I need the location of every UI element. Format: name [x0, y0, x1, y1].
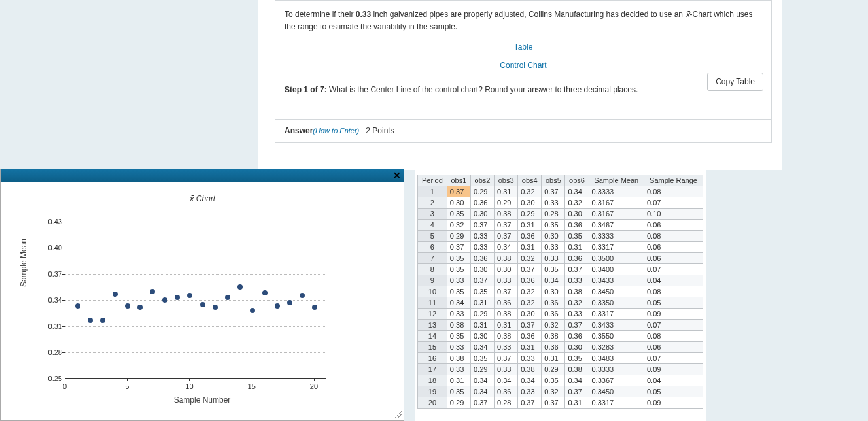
obs-cell[interactable]: 0.36 — [495, 297, 518, 309]
obs-cell[interactable]: 0.30 — [470, 209, 494, 220]
obs-cell[interactable]: 0.38 — [565, 364, 589, 375]
obs-cell[interactable]: 0.36 — [565, 253, 589, 264]
obs-cell[interactable]: 0.29 — [470, 186, 494, 197]
obs-cell[interactable]: 0.36 — [470, 197, 494, 209]
obs-cell[interactable]: 0.36 — [565, 331, 589, 342]
obs-cell[interactable]: 0.38 — [447, 320, 470, 331]
obs-cell[interactable]: 0.37 — [447, 242, 470, 253]
obs-cell[interactable]: 0.35 — [542, 220, 565, 231]
obs-cell[interactable]: 0.31 — [565, 397, 589, 409]
obs-cell[interactable]: 0.32 — [565, 297, 589, 309]
obs-cell[interactable]: 0.36 — [518, 275, 542, 286]
obs-cell[interactable]: 0.37 — [447, 186, 470, 197]
obs-cell[interactable]: 0.34 — [495, 375, 518, 386]
obs-cell[interactable]: 0.38 — [518, 364, 542, 375]
obs-cell[interactable]: 0.31 — [565, 242, 589, 253]
obs-cell[interactable]: 0.37 — [518, 397, 542, 409]
obs-cell[interactable]: 0.34 — [542, 275, 565, 286]
obs-cell[interactable]: 0.37 — [495, 353, 518, 364]
obs-cell[interactable]: 0.30 — [542, 231, 565, 242]
how-to-enter-link[interactable]: (How to Enter) — [313, 127, 359, 135]
obs-cell[interactable]: 0.33 — [518, 353, 542, 364]
obs-cell[interactable]: 0.33 — [495, 275, 518, 286]
obs-cell[interactable]: 0.35 — [542, 375, 565, 386]
obs-cell[interactable]: 0.36 — [542, 297, 565, 309]
obs-cell[interactable]: 0.37 — [542, 397, 565, 409]
obs-cell[interactable]: 0.35 — [470, 353, 494, 364]
obs-cell[interactable]: 0.35 — [447, 253, 470, 264]
obs-cell[interactable]: 0.34 — [518, 375, 542, 386]
obs-cell[interactable]: 0.37 — [470, 397, 494, 409]
obs-cell[interactable]: 0.32 — [542, 386, 565, 397]
obs-cell[interactable]: 0.31 — [518, 220, 542, 231]
obs-cell[interactable]: 0.29 — [495, 197, 518, 209]
obs-cell[interactable]: 0.37 — [565, 264, 589, 275]
obs-cell[interactable]: 0.33 — [518, 386, 542, 397]
obs-cell[interactable]: 0.33 — [447, 309, 470, 320]
obs-cell[interactable]: 0.30 — [470, 264, 494, 275]
obs-cell[interactable]: 0.31 — [470, 297, 494, 309]
obs-cell[interactable]: 0.33 — [542, 197, 565, 209]
obs-cell[interactable]: 0.31 — [470, 320, 494, 331]
obs-cell[interactable]: 0.30 — [565, 209, 589, 220]
obs-cell[interactable]: 0.38 — [542, 331, 565, 342]
obs-cell[interactable]: 0.36 — [542, 342, 565, 353]
obs-cell[interactable]: 0.29 — [542, 364, 565, 375]
resize-grip-icon[interactable] — [394, 410, 402, 418]
obs-cell[interactable]: 0.33 — [447, 364, 470, 375]
obs-cell[interactable]: 0.37 — [495, 286, 518, 297]
close-icon[interactable]: ✕ — [393, 169, 401, 181]
obs-cell[interactable]: 0.30 — [518, 309, 542, 320]
obs-cell[interactable]: 0.33 — [565, 275, 589, 286]
obs-cell[interactable]: 0.33 — [542, 242, 565, 253]
obs-cell[interactable]: 0.30 — [447, 197, 470, 209]
obs-cell[interactable]: 0.37 — [495, 220, 518, 231]
copy-table-button[interactable]: Copy Table — [707, 73, 763, 91]
obs-cell[interactable]: 0.37 — [470, 220, 494, 231]
obs-cell[interactable]: 0.30 — [470, 331, 494, 342]
obs-cell[interactable]: 0.35 — [470, 286, 494, 297]
obs-cell[interactable]: 0.32 — [518, 297, 542, 309]
obs-cell[interactable]: 0.38 — [447, 353, 470, 364]
obs-cell[interactable]: 0.34 — [565, 375, 589, 386]
obs-cell[interactable]: 0.34 — [565, 186, 589, 197]
obs-cell[interactable]: 0.34 — [470, 342, 494, 353]
obs-cell[interactable]: 0.33 — [495, 364, 518, 375]
obs-cell[interactable]: 0.32 — [447, 220, 470, 231]
obs-cell[interactable]: 0.28 — [542, 209, 565, 220]
obs-cell[interactable]: 0.35 — [565, 353, 589, 364]
obs-cell[interactable]: 0.28 — [495, 397, 518, 409]
obs-cell[interactable]: 0.34 — [447, 297, 470, 309]
obs-cell[interactable]: 0.38 — [495, 209, 518, 220]
obs-cell[interactable]: 0.38 — [565, 286, 589, 297]
obs-cell[interactable]: 0.36 — [518, 231, 542, 242]
obs-cell[interactable]: 0.36 — [470, 253, 494, 264]
obs-cell[interactable]: 0.30 — [495, 264, 518, 275]
obs-cell[interactable]: 0.31 — [518, 242, 542, 253]
obs-cell[interactable]: 0.35 — [447, 386, 470, 397]
obs-cell[interactable]: 0.33 — [447, 275, 470, 286]
obs-cell[interactable]: 0.35 — [447, 331, 470, 342]
obs-cell[interactable]: 0.35 — [447, 264, 470, 275]
obs-cell[interactable]: 0.29 — [447, 231, 470, 242]
obs-cell[interactable]: 0.33 — [470, 242, 494, 253]
obs-cell[interactable]: 0.33 — [470, 231, 494, 242]
obs-cell[interactable]: 0.32 — [518, 186, 542, 197]
obs-cell[interactable]: 0.35 — [447, 209, 470, 220]
obs-cell[interactable]: 0.34 — [495, 242, 518, 253]
obs-cell[interactable]: 0.38 — [495, 309, 518, 320]
obs-cell[interactable]: 0.31 — [495, 186, 518, 197]
obs-cell[interactable]: 0.30 — [518, 197, 542, 209]
obs-cell[interactable]: 0.33 — [495, 342, 518, 353]
obs-cell[interactable]: 0.36 — [495, 386, 518, 397]
obs-cell[interactable]: 0.37 — [542, 186, 565, 197]
obs-cell[interactable]: 0.38 — [495, 331, 518, 342]
obs-cell[interactable]: 0.33 — [542, 253, 565, 264]
obs-cell[interactable]: 0.32 — [518, 253, 542, 264]
obs-cell[interactable]: 0.30 — [542, 286, 565, 297]
obs-cell[interactable]: 0.30 — [565, 342, 589, 353]
obs-cell[interactable]: 0.31 — [447, 375, 470, 386]
obs-cell[interactable]: 0.35 — [542, 264, 565, 275]
obs-cell[interactable]: 0.31 — [518, 342, 542, 353]
obs-cell[interactable]: 0.33 — [447, 342, 470, 353]
